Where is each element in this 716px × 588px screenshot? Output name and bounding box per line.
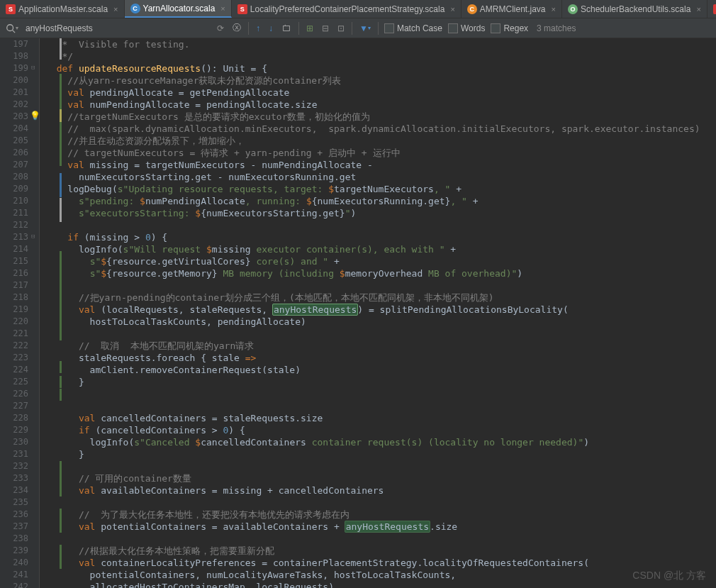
match-count: 3 matches (537, 23, 576, 33)
words-option[interactable]: Words (448, 23, 485, 33)
scala-icon: S (713, 4, 716, 14)
close-icon[interactable]: × (696, 5, 700, 13)
change-markers (60, 38, 62, 588)
fold-icon[interactable]: ⊟ (31, 64, 35, 71)
tab-label: ApplicationMaster.scala (18, 4, 108, 14)
svg-line-1 (13, 30, 16, 33)
remove-selection-icon[interactable]: ⊟ (320, 22, 330, 35)
filter-icon[interactable]: ▼▾ (358, 22, 372, 35)
editor-tabs: S ApplicationMaster.scala × C YarnAlloca… (0, 0, 716, 18)
tab-yarn-allocator[interactable]: C YarnAllocator.scala × (125, 0, 232, 18)
select-all-icon[interactable] (280, 22, 293, 35)
svg-rect-2 (284, 26, 290, 30)
close-icon[interactable]: × (113, 5, 118, 13)
close-icon[interactable]: × (450, 5, 454, 13)
tab-partial[interactable]: S U (707, 0, 716, 18)
watermark: CSDN @北 方客 (632, 570, 706, 582)
tab-amrm-client[interactable]: C AMRMClient.java × (462, 0, 562, 18)
match-case-option[interactable]: Match Case (384, 23, 442, 33)
tab-label: LocalityPreferredContainerPlacementStrat… (250, 4, 445, 14)
tab-application-master[interactable]: S ApplicationMaster.scala × (0, 0, 125, 18)
find-bar: ▾ ⟳ ⓧ ↑ ↓ ⊞ ⊟ ⊡ ▼▾ Match Case Words Rege… (0, 18, 716, 38)
svg-point-0 (7, 24, 13, 30)
checkbox-icon (384, 23, 394, 33)
history-icon[interactable]: ⟳ (216, 22, 225, 35)
search-input[interactable] (26, 23, 210, 33)
tab-scheduler-backend[interactable]: O SchedulerBackendUtils.scala × (562, 0, 707, 18)
tab-label: YarnAllocator.scala (143, 4, 216, 13)
close-icon[interactable]: × (552, 5, 556, 13)
separator (378, 22, 379, 35)
close-icon[interactable]: × (220, 4, 225, 13)
tab-locality-strategy[interactable]: S LocalityPreferredContainerPlacementStr… (232, 0, 462, 18)
separator (298, 22, 299, 35)
regex-option[interactable]: Regex (491, 23, 528, 33)
add-selection-icon[interactable]: ⊞ (305, 22, 315, 35)
prev-match-icon[interactable]: ↑ (254, 22, 262, 35)
object-icon: O (568, 4, 578, 14)
next-match-icon[interactable]: ↓ (267, 22, 274, 35)
fold-gutter: ⊟ 💡 ⊟ (30, 38, 40, 588)
scala-icon: S (237, 4, 247, 14)
code-content[interactable]: * Visible for testing. */ def updateReso… (40, 38, 716, 588)
fold-icon[interactable]: ⊟ (31, 233, 35, 240)
search-icon[interactable]: ▾ (4, 22, 20, 35)
separator (248, 22, 249, 35)
select-all-occ-icon[interactable]: ⊡ (336, 22, 346, 35)
tab-label: AMRMClient.java (480, 4, 546, 14)
line-numbers: 1971981992002012022032042052062072082092… (0, 38, 30, 588)
checkbox-icon (491, 23, 500, 33)
class-icon: C (130, 4, 140, 13)
separator (352, 22, 352, 35)
lightbulb-icon[interactable]: 💡 (30, 111, 40, 121)
scala-icon: S (6, 4, 16, 14)
tab-label: SchedulerBackendUtils.scala (581, 4, 690, 14)
checkbox-icon (448, 23, 458, 33)
java-icon: C (467, 4, 477, 14)
clear-icon[interactable]: ⓧ (231, 21, 242, 35)
editor-area: 1971981992002012022032042052062072082092… (0, 38, 716, 588)
